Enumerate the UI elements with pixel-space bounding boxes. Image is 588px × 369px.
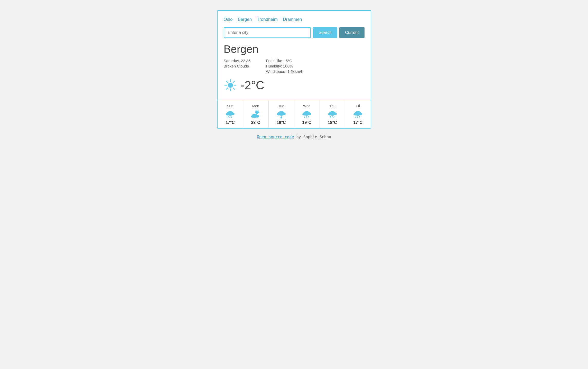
condition: Broken Clouds [224,64,251,68]
forecast-temp: 19°C [302,120,311,125]
svg-point-0 [228,83,233,88]
svg-point-22 [256,115,259,118]
humidity: Humidity: 100% [266,64,303,68]
forecast-temp: 17°C [226,120,235,125]
datetime: Saturday, 22:35 [224,59,251,63]
quick-cities: OsloBergenTrondheimDrammen [224,17,365,22]
footer-suffix: by Sophie Schou [294,135,331,139]
quick-city-trondheim[interactable]: Trondheim [257,17,278,22]
svg-point-11 [231,113,235,115]
svg-line-30 [304,116,305,118]
svg-point-25 [282,113,286,115]
temperature: -2°C [241,78,265,92]
svg-line-5 [226,81,228,83]
svg-line-32 [308,116,309,118]
current-button[interactable]: Current [339,27,364,38]
svg-line-7 [233,81,235,83]
svg-line-36 [330,116,331,118]
svg-point-28 [302,113,306,115]
svg-marker-26 [280,116,283,120]
temp-row: -2°C [224,78,365,92]
svg-line-44 [359,116,360,118]
svg-line-43 [357,116,358,118]
forecast-temp: 18°C [328,120,337,125]
windspeed: Windspeed: 1.54km/h [266,69,303,74]
svg-line-31 [306,116,307,118]
forecast-icon-thunder [276,110,286,118]
forecast-day-label: Mon [252,104,259,108]
svg-point-24 [277,113,281,115]
city-name: Bergen [224,43,365,55]
meta-right: Feels like: -5°C Humidity: 100% Windspee… [266,59,303,74]
svg-point-21 [251,115,254,118]
search-button[interactable]: Search [313,27,337,38]
svg-point-34 [328,113,332,115]
forecast-day-mon: Mon 23°C [243,100,269,128]
forecast-day-label: Thu [329,104,335,108]
svg-point-10 [226,113,229,115]
forecast-day-label: Wed [303,104,311,108]
forecast-day-thu: Thu 18°C [320,100,346,128]
svg-point-29 [307,113,311,115]
svg-line-42 [356,116,356,118]
svg-point-35 [333,113,337,115]
svg-line-13 [230,116,230,118]
card-top: OsloBergenTrondheimDrammen Search Curren… [218,11,371,100]
search-input[interactable] [224,27,311,38]
forecast-day-wed: Wed 19°C [294,100,320,128]
svg-line-38 [334,116,334,118]
quick-city-oslo[interactable]: Oslo [224,17,233,22]
forecast-icon-rain [302,110,312,118]
svg-line-12 [228,116,228,118]
meta-left: Saturday, 22:35 Broken Clouds [224,59,251,74]
search-row: Search Current [224,27,365,38]
forecast-day-label: Sun [227,104,233,108]
forecast-icon-rain [225,110,235,118]
svg-line-37 [332,116,332,118]
forecast-row: Sun 17°CMon 23°CTue 19°CWed [218,100,371,128]
forecast-icon-rain [328,110,337,118]
source-code-link[interactable]: Open source code [257,135,294,139]
forecast-day-tue: Tue 19°C [269,100,294,128]
forecast-temp: 19°C [277,120,286,125]
weather-card: OsloBergenTrondheimDrammen Search Curren… [217,10,371,129]
forecast-day-label: Tue [278,104,284,108]
forecast-day-sun: Sun 17°C [218,100,243,128]
svg-line-6 [233,88,235,89]
forecast-icon-rain [353,110,363,118]
forecast-icon-sun-cloud [251,110,260,118]
forecast-temp: 23°C [251,120,260,125]
svg-line-14 [231,116,232,118]
forecast-temp: 17°C [353,120,362,125]
forecast-day-label: Fri [356,104,360,108]
forecast-day-fri: Fri 17°C [345,100,371,128]
feels-like: Feels like: -5°C [266,59,303,63]
footer: Open source code by Sophie Schou [257,135,331,139]
sun-icon [224,79,237,92]
svg-point-41 [359,113,362,115]
quick-city-drammen[interactable]: Drammen [283,17,302,22]
svg-point-40 [353,113,357,115]
svg-line-8 [226,88,228,89]
quick-city-bergen[interactable]: Bergen [238,17,252,22]
weather-meta: Saturday, 22:35 Broken Clouds Feels like… [224,59,365,74]
